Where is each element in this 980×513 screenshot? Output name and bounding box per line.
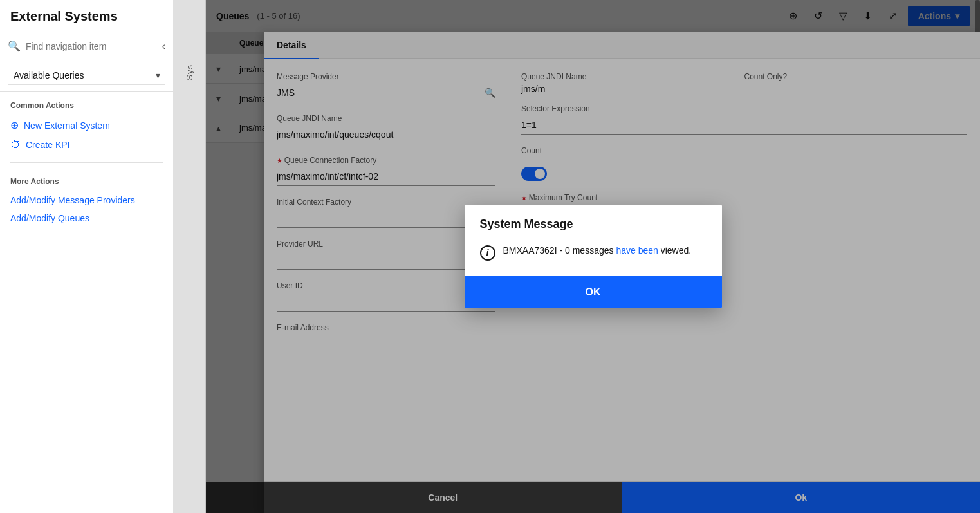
- create-kpi-label: Create KPI: [26, 140, 69, 150]
- common-actions-title: Common Actions: [10, 101, 163, 110]
- sys-label: Sys: [185, 64, 194, 80]
- add-modify-providers-action[interactable]: Add/Modify Message Providers: [10, 191, 163, 209]
- modal-overlay: System Message i BMXAA7362I - 0 messages…: [206, 0, 980, 513]
- add-modify-providers-label: Add/Modify Message Providers: [10, 195, 135, 205]
- available-queries-section: Available Queries: [0, 59, 173, 92]
- modal-footer: OK: [465, 276, 722, 308]
- sidebar: External Systems 🔍 ‹ Available Queries C…: [0, 0, 174, 513]
- collapse-icon[interactable]: ‹: [162, 41, 165, 52]
- common-actions-section: Common Actions ⊕ New External System ⏱ C…: [0, 92, 173, 157]
- modal-title: System Message: [465, 205, 722, 239]
- new-external-system-action[interactable]: ⊕ New External System: [10, 115, 163, 135]
- create-kpi-action[interactable]: ⏱ Create KPI: [10, 135, 163, 154]
- divider: [10, 162, 163, 163]
- content-area: Queues (1 - 5 of 16) ⊕ ↺ ▽ ⬇ ⤢ Actions ▾: [206, 0, 980, 513]
- system-message-dialog: System Message i BMXAA7362I - 0 messages…: [465, 205, 722, 308]
- more-actions-section: More Actions Add/Modify Message Provider…: [0, 168, 173, 230]
- modal-ok-btn[interactable]: OK: [465, 276, 722, 308]
- msg-after: viewed.: [658, 245, 691, 256]
- search-bar: 🔍 ‹: [0, 33, 173, 59]
- more-actions-title: More Actions: [10, 177, 163, 186]
- msg-code: BMXAA7362I: [503, 245, 557, 256]
- clock-icon: ⏱: [10, 139, 21, 151]
- modal-message-text: BMXAA7362I - 0 messages have been viewed…: [503, 244, 692, 257]
- modal-body: i BMXAA7362I - 0 messages have been view…: [465, 239, 722, 276]
- app-title: External Systems: [0, 0, 173, 33]
- search-icon: 🔍: [8, 40, 21, 52]
- sys-panel: Sys: [174, 0, 206, 513]
- plus-icon: ⊕: [10, 119, 19, 131]
- new-external-system-label: New External System: [24, 120, 110, 131]
- add-modify-queues-action[interactable]: Add/Modify Queues: [10, 209, 163, 227]
- info-icon: i: [480, 245, 495, 261]
- msg-highlight: have been: [616, 245, 658, 256]
- search-input[interactable]: [26, 41, 157, 51]
- available-queries-select[interactable]: Available Queries: [8, 66, 165, 85]
- msg-plain: - 0 messages: [557, 245, 616, 256]
- add-modify-queues-label: Add/Modify Queues: [10, 213, 89, 223]
